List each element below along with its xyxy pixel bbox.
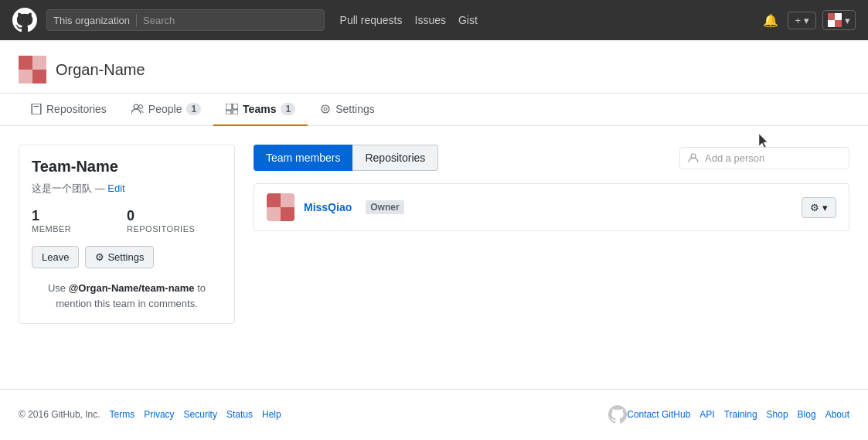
settings-icon <box>320 104 331 114</box>
svg-rect-8 <box>32 104 41 114</box>
issues-link[interactable]: Issues <box>415 14 446 26</box>
footer-right: Contact GitHub API Training Shop Blog Ab… <box>627 409 849 420</box>
settings-label: Settings <box>107 251 144 263</box>
svg-point-17 <box>324 107 327 111</box>
gear-icon: ⚙ <box>95 251 104 263</box>
svg-rect-13 <box>233 104 238 109</box>
gist-link[interactable]: Gist <box>458 14 478 26</box>
tab-repositories-label: Repositories <box>46 103 107 115</box>
team-stats: 1 MEMBER 0 REPOSITORIES <box>32 208 222 234</box>
pull-requests-link[interactable]: Pull requests <box>340 14 403 26</box>
search-bar[interactable]: This organization <box>46 9 325 31</box>
org-avatar-icon <box>19 56 46 84</box>
svg-rect-6 <box>32 56 46 70</box>
svg-point-10 <box>134 104 138 109</box>
avatar-dropdown-arrow: ▾ <box>845 15 850 26</box>
teams-icon <box>226 104 238 114</box>
team-settings-button[interactable]: ⚙ Settings <box>85 246 154 268</box>
github-footer-logo <box>608 405 627 424</box>
terms-link[interactable]: Terms <box>110 409 135 420</box>
team-actions: Leave ⚙ Settings <box>32 246 222 268</box>
user-avatar-button[interactable]: ▾ <box>822 10 856 30</box>
mention-handle: @Organ-Name/team-name <box>69 282 195 294</box>
gear-icon: ⚙ <box>810 202 819 213</box>
tab-settings-label: Settings <box>335 103 375 115</box>
member-username[interactable]: MissQiao <box>304 201 352 213</box>
blog-link[interactable]: Blog <box>798 409 816 420</box>
tab-people[interactable]: People 1 <box>119 94 213 126</box>
member-avatar-icon <box>267 193 294 221</box>
team-desc-text: 这是一个团队 <box>32 182 92 194</box>
svg-rect-21 <box>281 193 294 207</box>
help-link[interactable]: Help <box>262 409 281 420</box>
svg-rect-0 <box>828 13 835 20</box>
tab-team-members-button[interactable]: Team members <box>254 145 352 171</box>
navbar-actions: 🔔 + ▾ ▾ <box>760 10 856 31</box>
org-tabs: Repositories People 1 Teams 1 Settings <box>0 94 868 126</box>
footer-left: © 2016 GitHub, Inc. Terms Privacy Securi… <box>19 409 281 420</box>
main-content: Team-Name 这是一个团队 — Edit 1 MEMBER 0 REPOS… <box>0 126 868 343</box>
repo-stat: 0 REPOSITORIES <box>127 208 222 234</box>
about-link[interactable]: About <box>825 409 849 420</box>
svg-rect-7 <box>19 70 32 84</box>
repo-count: 0 <box>127 208 222 224</box>
add-person-field[interactable] <box>679 147 849 169</box>
edit-link[interactable]: Edit <box>107 182 124 194</box>
footer: © 2016 GitHub, Inc. Terms Privacy Securi… <box>0 389 868 439</box>
add-person-input[interactable] <box>705 152 841 164</box>
api-link[interactable]: API <box>700 409 714 420</box>
member-list: MissQiao Owner ⚙ ▾ <box>254 183 849 231</box>
leave-button[interactable]: Leave <box>32 246 79 268</box>
right-panel-header: Team members Repositories <box>254 145 849 171</box>
repo-icon <box>31 104 42 114</box>
tab-teams-badge: 1 <box>281 103 295 115</box>
svg-rect-20 <box>281 207 294 221</box>
team-name: Team-Name <box>32 158 222 176</box>
tab-teams[interactable]: Teams 1 <box>213 94 308 126</box>
new-item-button[interactable]: + ▾ <box>788 12 816 29</box>
navbar-links: Pull requests Issues Gist <box>340 14 478 26</box>
svg-rect-3 <box>828 20 835 27</box>
people-icon <box>131 104 144 114</box>
table-row: MissQiao Owner ⚙ ▾ <box>254 184 849 230</box>
security-link[interactable]: Security <box>184 409 217 420</box>
content-tabs: Team members Repositories <box>254 145 438 171</box>
svg-rect-4 <box>19 56 32 70</box>
privacy-link[interactable]: Privacy <box>144 409 174 420</box>
tab-people-label: People <box>148 103 182 115</box>
svg-point-11 <box>138 105 142 109</box>
dropdown-arrow: ▾ <box>804 15 809 26</box>
status-link[interactable]: Status <box>226 409 253 420</box>
shop-link[interactable]: Shop <box>767 409 788 420</box>
org-name: Organ-Name <box>56 61 145 79</box>
tab-repositories[interactable]: Repositories <box>19 94 119 126</box>
footer-logo <box>608 405 627 424</box>
svg-rect-2 <box>835 13 842 20</box>
team-mention: Use @Organ-Name/team-name to mention thi… <box>32 281 222 311</box>
tab-people-badge: 1 <box>186 103 201 115</box>
member-role-badge: Owner <box>366 200 403 214</box>
team-description: 这是一个团队 — Edit <box>32 182 222 196</box>
svg-point-16 <box>322 105 329 113</box>
tab-settings[interactable]: Settings <box>308 94 387 126</box>
repo-label: REPOSITORIES <box>127 224 222 234</box>
search-input[interactable] <box>143 15 318 26</box>
mention-prefix: Use <box>48 282 66 294</box>
search-divider <box>136 14 137 26</box>
em-dash: — <box>95 182 108 194</box>
svg-rect-15 <box>233 110 238 114</box>
bell-icon: 🔔 <box>763 13 778 28</box>
dropdown-arrow: ▾ <box>822 202 828 213</box>
org-header: Organ-Name <box>0 40 868 94</box>
user-avatar-icon <box>828 13 842 27</box>
tab-teams-label: Teams <box>243 103 276 115</box>
svg-rect-19 <box>267 193 281 207</box>
contact-github-link[interactable]: Contact GitHub <box>627 409 690 420</box>
training-link[interactable]: Training <box>724 409 757 420</box>
notifications-bell-button[interactable]: 🔔 <box>760 10 781 31</box>
team-main-panel: Team members Repositories <box>254 145 849 231</box>
github-logo[interactable] <box>12 8 37 32</box>
member-gear-button[interactable]: ⚙ ▾ <box>802 197 836 218</box>
member-stat: 1 MEMBER <box>32 208 127 234</box>
tab-repositories-button[interactable]: Repositories <box>352 145 438 171</box>
